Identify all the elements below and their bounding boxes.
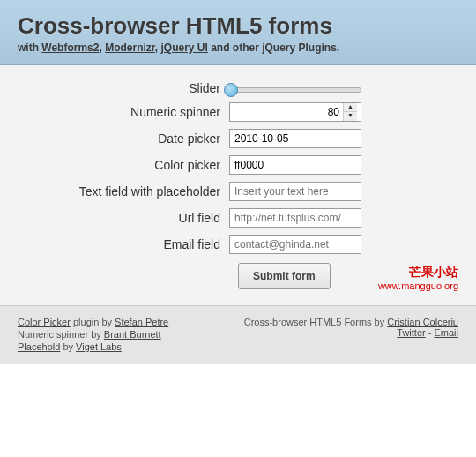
url-input[interactable]: [229, 208, 361, 228]
text-input[interactable]: [229, 182, 361, 201]
link-viget-labs[interactable]: Viget Labs: [76, 341, 122, 352]
footer-credits-left: Color Picker plugin by Stefan Petre Nume…: [18, 317, 168, 354]
link-jqueryui[interactable]: jQuery UI: [160, 41, 207, 54]
row-spinner: Numeric spinner ▲ ▼: [9, 102, 450, 122]
label-url: Url field: [9, 211, 229, 225]
link-webforms2[interactable]: Webforms2: [41, 41, 99, 54]
footer-credits-right: Cross-browser HTML5 Forms by Cristian Co…: [244, 317, 458, 338]
link-stefan-petre[interactable]: Stefan Petre: [115, 317, 168, 327]
slider-thumb[interactable]: [224, 83, 238, 97]
spinner-down-icon[interactable]: ▼: [344, 112, 357, 121]
label-color: Color picker: [9, 158, 229, 172]
row-slider: Slider: [9, 81, 450, 95]
watermark: 芒果小站 www.mangguo.org: [378, 265, 458, 291]
page-title: Cross-browser HTML5 forms: [18, 12, 458, 40]
label-slider: Slider: [9, 81, 229, 95]
watermark-text: 芒果小站: [378, 265, 458, 281]
watermark-url: www.mangguo.org: [378, 281, 458, 291]
row-url: Url field: [9, 208, 450, 228]
date-input[interactable]: [229, 129, 361, 148]
page-footer: Color Picker plugin by Stefan Petre Nume…: [0, 305, 476, 364]
label-spinner: Numeric spinner: [9, 105, 229, 119]
row-color: Color picker: [9, 155, 450, 175]
link-modernizr[interactable]: Modernizr: [105, 41, 155, 54]
label-email: Email field: [9, 237, 229, 251]
page-subtitle: with Webforms2, Modernizr, jQuery UI and…: [18, 41, 458, 54]
page-header: Cross-browser HTML5 forms with Webforms2…: [0, 0, 476, 65]
numeric-spinner[interactable]: ▲ ▼: [229, 102, 361, 122]
submit-button[interactable]: Submit form: [238, 263, 331, 289]
row-text: Text field with placeholder: [9, 182, 450, 201]
form-container: Slider Numeric spinner ▲ ▼ Date picker C…: [0, 65, 476, 305]
color-input[interactable]: [229, 155, 361, 175]
row-date: Date picker: [9, 129, 450, 148]
spinner-input[interactable]: [230, 103, 343, 121]
link-cristian-colceriu[interactable]: Cristian Colceriu: [387, 317, 458, 327]
email-input[interactable]: [229, 235, 361, 254]
link-brant-burnett[interactable]: Brant Burnett: [104, 329, 161, 340]
link-twitter[interactable]: Twitter: [397, 327, 425, 338]
label-text: Text field with placeholder: [9, 184, 229, 199]
link-placehold[interactable]: Placehold: [18, 341, 60, 352]
slider-track[interactable]: [229, 87, 361, 93]
link-color-picker[interactable]: Color Picker: [18, 317, 71, 327]
row-email: Email field: [9, 235, 450, 254]
label-date: Date picker: [9, 131, 229, 146]
spinner-up-icon[interactable]: ▲: [344, 103, 357, 112]
link-email[interactable]: Email: [434, 327, 458, 338]
